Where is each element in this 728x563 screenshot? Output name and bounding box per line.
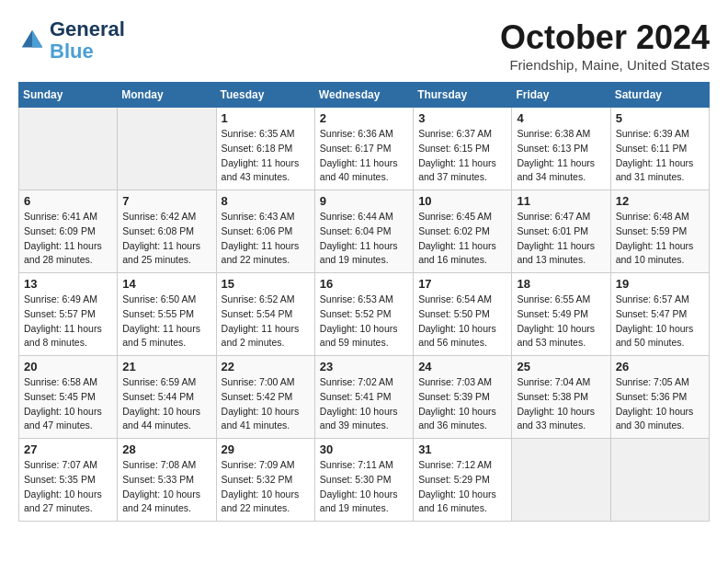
day-info: Sunrise: 6:43 AM Sunset: 6:06 PM Dayligh… <box>222 210 310 268</box>
day-number: 19 <box>616 277 704 291</box>
svg-marker-1 <box>32 30 42 48</box>
day-number: 21 <box>122 360 210 373</box>
calendar-cell: 15Sunrise: 6:52 AM Sunset: 5:54 PM Dayli… <box>216 273 314 356</box>
calendar-cell: 27Sunrise: 7:07 AM Sunset: 5:35 PM Dayli… <box>19 439 118 522</box>
calendar-cell: 1Sunrise: 6:35 AM Sunset: 6:18 PM Daylig… <box>216 108 314 190</box>
day-info: Sunrise: 6:50 AM Sunset: 5:55 PM Dayligh… <box>122 293 210 350</box>
day-number: 17 <box>418 277 506 291</box>
title-block: October 2024 Friendship, Maine, United S… <box>500 18 710 73</box>
calendar-cell: 31Sunrise: 7:12 AM Sunset: 5:29 PM Dayli… <box>414 439 512 522</box>
calendar-week-3: 13Sunrise: 6:49 AM Sunset: 5:57 PM Dayli… <box>19 273 710 356</box>
day-info: Sunrise: 6:52 AM Sunset: 5:54 PM Dayligh… <box>222 293 310 350</box>
month-title: October 2024 <box>500 18 710 57</box>
day-number: 24 <box>418 360 506 373</box>
day-info: Sunrise: 6:36 AM Sunset: 6:17 PM Dayligh… <box>320 127 408 185</box>
day-info: Sunrise: 6:55 AM Sunset: 5:49 PM Dayligh… <box>517 293 605 350</box>
calendar-cell: 19Sunrise: 6:57 AM Sunset: 5:47 PM Dayli… <box>610 273 709 356</box>
day-info: Sunrise: 6:47 AM Sunset: 6:01 PM Dayligh… <box>517 210 605 268</box>
calendar-cell: 16Sunrise: 6:53 AM Sunset: 5:52 PM Dayli… <box>314 273 413 356</box>
day-number: 14 <box>122 277 210 291</box>
day-header-tuesday: Tuesday <box>216 83 314 108</box>
calendar-cell: 28Sunrise: 7:08 AM Sunset: 5:33 PM Dayli… <box>118 439 216 522</box>
day-info: Sunrise: 6:44 AM Sunset: 6:04 PM Dayligh… <box>320 210 408 268</box>
calendar-week-1: 1Sunrise: 6:35 AM Sunset: 6:18 PM Daylig… <box>19 108 710 190</box>
day-number: 9 <box>320 194 408 208</box>
calendar-cell: 9Sunrise: 6:44 AM Sunset: 6:04 PM Daylig… <box>314 190 413 273</box>
day-header-saturday: Saturday <box>610 83 709 108</box>
day-info: Sunrise: 7:05 AM Sunset: 5:36 PM Dayligh… <box>616 375 704 433</box>
day-number: 7 <box>122 194 210 208</box>
location: Friendship, Maine, United States <box>500 57 710 73</box>
day-info: Sunrise: 6:41 AM Sunset: 6:09 PM Dayligh… <box>24 210 112 268</box>
day-info: Sunrise: 6:49 AM Sunset: 5:57 PM Dayligh… <box>24 293 112 350</box>
calendar-week-5: 27Sunrise: 7:07 AM Sunset: 5:35 PM Dayli… <box>19 439 710 522</box>
day-info: Sunrise: 6:59 AM Sunset: 5:44 PM Dayligh… <box>122 375 210 433</box>
page-header: General Blue October 2024 Friendship, Ma… <box>18 18 710 73</box>
calendar-cell: 8Sunrise: 6:43 AM Sunset: 6:06 PM Daylig… <box>216 190 314 273</box>
day-info: Sunrise: 7:08 AM Sunset: 5:33 PM Dayligh… <box>122 458 210 516</box>
day-number: 30 <box>320 442 408 456</box>
day-number: 20 <box>24 360 112 373</box>
logo: General Blue <box>18 18 125 63</box>
day-number: 26 <box>616 360 704 373</box>
day-number: 22 <box>222 360 310 373</box>
day-info: Sunrise: 6:35 AM Sunset: 6:18 PM Dayligh… <box>222 127 310 185</box>
calendar-header-row: SundayMondayTuesdayWednesdayThursdayFrid… <box>19 83 710 108</box>
day-header-sunday: Sunday <box>19 83 118 108</box>
day-number: 11 <box>517 194 605 208</box>
calendar-week-2: 6Sunrise: 6:41 AM Sunset: 6:09 PM Daylig… <box>19 190 710 273</box>
day-info: Sunrise: 7:02 AM Sunset: 5:41 PM Dayligh… <box>320 375 408 433</box>
calendar-cell: 5Sunrise: 6:39 AM Sunset: 6:11 PM Daylig… <box>610 108 709 190</box>
day-number: 2 <box>320 111 408 125</box>
day-number: 15 <box>222 277 310 291</box>
calendar-cell: 2Sunrise: 6:36 AM Sunset: 6:17 PM Daylig… <box>314 108 413 190</box>
day-info: Sunrise: 7:11 AM Sunset: 5:30 PM Dayligh… <box>320 458 408 516</box>
day-number: 29 <box>222 442 310 456</box>
day-number: 4 <box>517 111 605 125</box>
calendar-cell: 29Sunrise: 7:09 AM Sunset: 5:32 PM Dayli… <box>216 439 314 522</box>
day-header-thursday: Thursday <box>414 83 512 108</box>
calendar-cell: 11Sunrise: 6:47 AM Sunset: 6:01 PM Dayli… <box>512 190 610 273</box>
day-info: Sunrise: 7:07 AM Sunset: 5:35 PM Dayligh… <box>24 458 112 516</box>
day-info: Sunrise: 6:37 AM Sunset: 6:15 PM Dayligh… <box>418 127 506 185</box>
calendar-cell: 23Sunrise: 7:02 AM Sunset: 5:41 PM Dayli… <box>314 356 413 439</box>
day-number: 3 <box>418 111 506 125</box>
calendar-cell: 4Sunrise: 6:38 AM Sunset: 6:13 PM Daylig… <box>512 108 610 190</box>
day-number: 28 <box>122 442 210 456</box>
day-info: Sunrise: 7:09 AM Sunset: 5:32 PM Dayligh… <box>222 458 310 516</box>
day-number: 6 <box>24 194 112 208</box>
day-header-monday: Monday <box>118 83 216 108</box>
day-number: 8 <box>222 194 310 208</box>
day-info: Sunrise: 6:58 AM Sunset: 5:45 PM Dayligh… <box>24 375 112 433</box>
calendar-cell: 6Sunrise: 6:41 AM Sunset: 6:09 PM Daylig… <box>19 190 118 273</box>
calendar-cell: 30Sunrise: 7:11 AM Sunset: 5:30 PM Dayli… <box>314 439 413 522</box>
calendar-cell <box>610 439 709 522</box>
calendar-cell <box>19 108 118 190</box>
calendar-week-4: 20Sunrise: 6:58 AM Sunset: 5:45 PM Dayli… <box>19 356 710 439</box>
day-info: Sunrise: 7:03 AM Sunset: 5:39 PM Dayligh… <box>418 375 506 433</box>
day-info: Sunrise: 7:04 AM Sunset: 5:38 PM Dayligh… <box>517 375 605 433</box>
day-info: Sunrise: 7:12 AM Sunset: 5:29 PM Dayligh… <box>418 458 506 516</box>
day-info: Sunrise: 6:53 AM Sunset: 5:52 PM Dayligh… <box>320 293 408 350</box>
logo-icon <box>18 27 46 54</box>
day-info: Sunrise: 7:00 AM Sunset: 5:42 PM Dayligh… <box>222 375 310 433</box>
calendar-cell: 25Sunrise: 7:04 AM Sunset: 5:38 PM Dayli… <box>512 356 610 439</box>
calendar-cell: 21Sunrise: 6:59 AM Sunset: 5:44 PM Dayli… <box>118 356 216 439</box>
calendar-cell: 12Sunrise: 6:48 AM Sunset: 5:59 PM Dayli… <box>610 190 709 273</box>
logo-text: General Blue <box>50 18 125 63</box>
calendar-cell: 24Sunrise: 7:03 AM Sunset: 5:39 PM Dayli… <box>414 356 512 439</box>
calendar-cell: 22Sunrise: 7:00 AM Sunset: 5:42 PM Dayli… <box>216 356 314 439</box>
calendar-cell: 10Sunrise: 6:45 AM Sunset: 6:02 PM Dayli… <box>414 190 512 273</box>
calendar-cell: 26Sunrise: 7:05 AM Sunset: 5:36 PM Dayli… <box>610 356 709 439</box>
day-number: 12 <box>616 194 704 208</box>
calendar-cell: 7Sunrise: 6:42 AM Sunset: 6:08 PM Daylig… <box>118 190 216 273</box>
day-number: 31 <box>418 442 506 456</box>
day-number: 10 <box>418 194 506 208</box>
day-number: 18 <box>517 277 605 291</box>
day-number: 13 <box>24 277 112 291</box>
day-info: Sunrise: 6:39 AM Sunset: 6:11 PM Dayligh… <box>616 127 704 185</box>
day-number: 27 <box>24 442 112 456</box>
day-header-wednesday: Wednesday <box>314 83 413 108</box>
day-info: Sunrise: 6:45 AM Sunset: 6:02 PM Dayligh… <box>418 210 506 268</box>
calendar-table: SundayMondayTuesdayWednesdayThursdayFrid… <box>18 82 710 522</box>
